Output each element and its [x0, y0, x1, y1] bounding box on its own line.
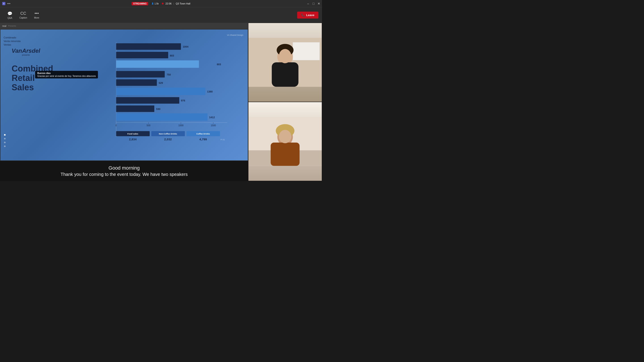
- meeting-title: Q3 Town Hall: [176, 2, 190, 5]
- svg-rect-3: [116, 43, 181, 50]
- maximize-button[interactable]: □: [312, 2, 315, 5]
- person-1-visual: [248, 23, 322, 102]
- person-2-visual: [248, 102, 322, 181]
- svg-rect-43: [272, 62, 298, 87]
- caption-label: Caption: [20, 16, 27, 19]
- svg-text:1380: 1380: [207, 90, 213, 93]
- svg-text:T: T: [3, 3, 4, 5]
- video-tile-2: [248, 102, 322, 181]
- titlebar-left: T •••: [2, 1, 10, 5]
- svg-text:750: 750: [166, 73, 171, 76]
- svg-text:1004: 1004: [183, 45, 188, 48]
- bar-chart: 1004 803 803 750 629 13: [107, 38, 241, 159]
- tooltip-text: Gracias por venir al evento de hoy. Tene…: [37, 75, 96, 77]
- svg-text:4,799: 4,799: [200, 138, 207, 141]
- svg-text:P 01: P 01: [221, 139, 225, 141]
- caption-button[interactable]: CC Caption: [17, 9, 30, 21]
- nav-dot-1[interactable]: [4, 134, 6, 136]
- navigation-dots: [4, 134, 6, 147]
- qa-label: Q&A: [8, 17, 12, 19]
- svg-rect-5: [116, 52, 168, 58]
- nav-dot-2[interactable]: [4, 138, 6, 139]
- video-feed-1: [248, 23, 322, 102]
- svg-text:803: 803: [170, 54, 174, 57]
- nav-item-combinado: Combinado: [4, 36, 20, 39]
- caption-bar: Good morning Thank you for coming to the…: [0, 161, 248, 181]
- video-tile-1: [248, 23, 322, 102]
- svg-text:0: 0: [116, 124, 117, 127]
- chart-container: 1004 803 803 750 629 13: [107, 38, 241, 159]
- close-button[interactable]: ✕: [318, 2, 320, 5]
- svg-rect-7: [116, 60, 199, 68]
- toolbar: 💬 Q&A CC Caption ••• More 📞 Leave: [0, 7, 322, 23]
- brand-area: VanArsdel presents: [12, 47, 40, 56]
- brand-name: VanArsdel: [12, 47, 40, 54]
- leave-button[interactable]: 📞 Leave: [297, 12, 318, 18]
- viewer-count-text: 1.5k: [154, 2, 159, 5]
- svg-text:2,834: 2,834: [129, 138, 137, 141]
- svg-rect-41: [293, 42, 320, 60]
- svg-text:Coffee Drinks: Coffee Drinks: [196, 133, 210, 135]
- va-shared-design-label: VA Shared Design: [227, 34, 243, 36]
- chart-title-line3: Sales: [12, 83, 53, 92]
- svg-text:2,032: 2,032: [164, 138, 172, 141]
- svg-rect-19: [116, 113, 208, 121]
- svg-text:1000: 1000: [178, 124, 184, 127]
- slide-content: VA Shared Design Combinado Venta minoris…: [0, 29, 248, 160]
- more-label: More: [34, 16, 39, 19]
- titlebar-center: STREAMING 👤 1.5k 22:06 | Q3 Town Hall: [132, 2, 190, 5]
- nav-item-venta: Venta minorista: [4, 40, 20, 42]
- nav-dot-4[interactable]: [4, 145, 6, 147]
- tooltip-title: Buenos días: [37, 72, 96, 74]
- slide-navigation: Combinado Venta minorista Ventas: [4, 36, 20, 46]
- recording-dot: [162, 3, 164, 4]
- viewer-icon: 👤: [152, 2, 154, 5]
- presentation-topbar: real Presents: [0, 23, 248, 29]
- svg-text:Food sales: Food sales: [128, 133, 138, 135]
- main-content: real Presents VA Shared Design Combinado…: [0, 23, 322, 181]
- nav-item-ventas: Ventas: [4, 43, 20, 46]
- svg-text:1412: 1412: [209, 116, 215, 119]
- svg-text:590: 590: [156, 108, 160, 110]
- chart-tooltip: Buenos días Gracias por venir al evento …: [35, 71, 98, 78]
- svg-rect-17: [116, 105, 154, 112]
- leave-label: Leave: [306, 13, 314, 17]
- svg-text:629: 629: [159, 81, 163, 84]
- svg-rect-49: [270, 143, 300, 166]
- minimize-button[interactable]: –: [307, 2, 310, 5]
- streaming-badge: STREAMING: [132, 2, 148, 5]
- streaming-label: STREAMING: [133, 2, 147, 5]
- svg-text:1500: 1500: [211, 124, 216, 127]
- svg-point-45: [279, 49, 291, 63]
- titlebar-right: – □ ✕: [307, 2, 320, 5]
- svg-text:976: 976: [181, 99, 185, 102]
- viewer-count: 👤 1.5k: [150, 2, 160, 5]
- time-display: 22:06: [166, 2, 172, 5]
- title-divider: |: [173, 2, 174, 5]
- svg-text:500: 500: [147, 124, 150, 127]
- more-icon: •••: [35, 11, 39, 16]
- video-feed-2: [248, 102, 322, 181]
- svg-rect-9: [116, 71, 164, 77]
- svg-point-51: [279, 130, 291, 143]
- more-button[interactable]: ••• More: [30, 9, 43, 21]
- qa-button[interactable]: 💬 Q&A: [4, 9, 16, 21]
- qa-icon: 💬: [8, 11, 12, 16]
- svg-rect-15: [116, 97, 179, 104]
- titlebar: T ••• STREAMING 👤 1.5k 22:06 | Q3 Town H…: [0, 0, 322, 7]
- presentation-area: real Presents VA Shared Design Combinado…: [0, 23, 248, 181]
- presents-label: Presents: [8, 25, 16, 27]
- svg-rect-13: [116, 88, 205, 95]
- titlebar-dots[interactable]: •••: [7, 2, 10, 5]
- caption-icon: CC: [20, 11, 26, 16]
- phone-icon: 📞: [301, 13, 305, 17]
- real-label: real: [2, 24, 6, 27]
- svg-text:803: 803: [217, 63, 221, 66]
- svg-rect-11: [116, 79, 157, 86]
- svg-text:Non-Coffee Drinks: Non-Coffee Drinks: [159, 133, 177, 135]
- caption-line1: Good morning: [108, 165, 140, 171]
- video-panel: [248, 23, 322, 181]
- teams-logo: T: [2, 1, 6, 5]
- caption-line2: Thank you for coming to the event today.…: [60, 172, 188, 177]
- nav-dot-3[interactable]: [4, 142, 6, 143]
